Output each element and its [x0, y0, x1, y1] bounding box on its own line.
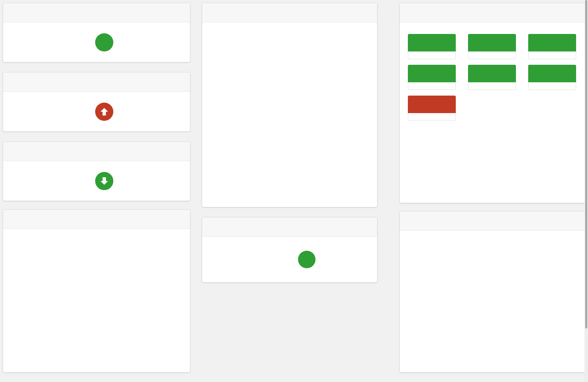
- arrow-down-icon: [95, 172, 113, 190]
- light-tile-header: [408, 96, 456, 113]
- status-circle-icon: [95, 33, 113, 51]
- light-tile: [528, 34, 576, 59]
- light-tile-body: [408, 113, 456, 121]
- light-tile-header: [468, 65, 516, 82]
- card-header: [400, 3, 585, 22]
- light-tile-body: [528, 51, 576, 59]
- status-circle-icon: [298, 251, 316, 268]
- card-yesterday-usage: [3, 3, 190, 62]
- card-realtime-donut: [202, 3, 377, 207]
- light-tile-body: [528, 82, 576, 90]
- light-tile-header: [408, 34, 456, 51]
- lights-grid: [400, 22, 585, 121]
- card-estimate-today: [202, 217, 377, 283]
- light-tile: [408, 96, 456, 121]
- card-prev-day-gap: [3, 72, 190, 132]
- card-header: [3, 142, 190, 161]
- kpi-body: [15, 161, 202, 201]
- card-yesterday-lights: [399, 3, 586, 203]
- chart-body: [400, 231, 585, 376]
- kpi-body: [224, 237, 399, 282]
- light-tile-body: [468, 82, 516, 90]
- dashboard: [0, 0, 588, 382]
- chart-body: [3, 229, 190, 376]
- arrow-up-icon: [95, 103, 113, 121]
- scrollbar-thumb[interactable]: [585, 0, 587, 328]
- card-header: [3, 72, 190, 92]
- card-15day-compare-chart: [3, 209, 190, 373]
- light-tile: [408, 34, 456, 59]
- light-tile: [408, 65, 456, 90]
- card-header: [3, 3, 190, 22]
- light-tile-header: [408, 65, 456, 82]
- light-tile: [528, 65, 576, 90]
- card-header: [3, 210, 190, 229]
- light-tile-body: [408, 51, 456, 59]
- kpi-body: [15, 92, 202, 131]
- card-header: [202, 3, 377, 22]
- card-month-usage: [3, 141, 190, 201]
- light-tile-body: [468, 51, 516, 59]
- light-tile-header: [528, 65, 576, 82]
- kpi-body: [15, 22, 202, 62]
- chart-body: [202, 22, 377, 207]
- scrollbar-track[interactable]: [585, 0, 588, 382]
- light-tile: [468, 65, 516, 90]
- light-tile: [468, 34, 516, 59]
- light-tile-header: [468, 34, 516, 51]
- card-e1-trend-chart: [399, 211, 586, 373]
- card-header: [400, 211, 585, 231]
- light-tile-header: [528, 34, 576, 51]
- light-tile-body: [408, 82, 456, 90]
- card-header: [202, 217, 377, 237]
